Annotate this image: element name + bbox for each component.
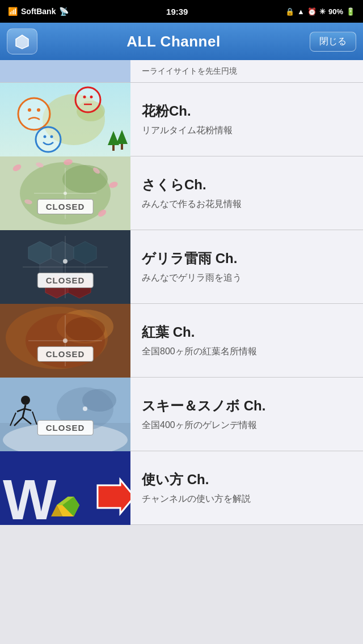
svg-point-10 [90, 96, 93, 99]
channel-thumb-sakura: CLOSED [0, 156, 130, 230]
channel-info-sakura: さくらCh. みんなで作るお花見情報 [130, 156, 363, 230]
svg-point-57 [83, 406, 87, 411]
status-time: 19:39 [166, 7, 188, 16]
battery-label: 90% [328, 7, 343, 16]
svg-marker-0 [16, 35, 28, 49]
signal-icon: 📶 [8, 7, 18, 16]
channel-item-howto[interactable]: W 使い方 Ch. チャンネルの使い方を解説 [0, 451, 363, 525]
svg-point-9 [83, 96, 86, 99]
svg-point-4 [19, 99, 49, 129]
channel-name-foliage: 紅葉 Ch. [142, 323, 352, 341]
channel-thumb-rain: CLOSED [0, 230, 130, 304]
channel-info-foliage: 紅葉 Ch. 全国800ヶ所の紅葉名所情報 [130, 304, 363, 377]
lock-icon: 🔒 [285, 7, 294, 16]
svg-point-15 [50, 135, 53, 138]
channel-info-howto: 使い方 Ch. チャンネルの使い方を解説 [130, 451, 363, 524]
channel-item-sakura[interactable]: CLOSED さくらCh. みんなで作るお花見情報 [0, 156, 363, 230]
page-title: ALL Channel [126, 33, 220, 50]
channel-thumb-ski: CLOSED [0, 378, 130, 451]
partial-thumb [0, 60, 130, 83]
svg-point-58 [21, 396, 30, 405]
channel-item-rain[interactable]: CLOSED ゲリラ雷雨 Ch. みんなでゲリラ雨を追う [0, 230, 363, 304]
channel-item-pollen[interactable]: 花粉Ch. リアルタイム花粉情報 [0, 83, 363, 156]
svg-point-14 [44, 135, 47, 138]
svg-point-48 [65, 317, 105, 342]
svg-point-56 [82, 389, 116, 412]
channel-info-pollen: 花粉Ch. リアルタイム花粉情報 [130, 83, 363, 156]
closed-badge-sakura: CLOSED [37, 199, 94, 214]
status-bar: 📶 SoftBank 📡 19:39 🔒 ▲ ⏰ ✳ 90% 🔋 [0, 0, 363, 23]
channel-list: 花粉Ch. リアルタイム花粉情報 [0, 83, 363, 525]
alarm-icon: ⏰ [307, 7, 316, 16]
partial-desc: ーライイサイトを先生円境 [130, 60, 363, 82]
carrier-label: SoftBank [21, 7, 56, 16]
svg-rect-19 [121, 144, 123, 150]
status-left: 📶 SoftBank 📡 [8, 7, 69, 16]
channel-item-ski[interactable]: CLOSED スキー＆スノボ Ch. 全国400ヶ所のゲレンデ情報 [0, 378, 363, 451]
location-icon: ▲ [297, 7, 305, 16]
channel-item-foliage[interactable]: CLOSED 紅葉 Ch. 全国800ヶ所の紅葉名所情報 [0, 304, 363, 378]
status-right: 🔒 ▲ ⏰ ✳ 90% 🔋 [285, 7, 355, 16]
channel-thumb-howto: W [0, 451, 130, 525]
channel-desc-pollen: リアルタイム花粉情報 [142, 125, 352, 137]
channel-thumb-pollen [0, 83, 130, 156]
channel-name-ski: スキー＆スノボ Ch. [142, 397, 352, 415]
closed-badge-foliage: CLOSED [37, 346, 94, 362]
wifi-icon: 📡 [59, 7, 69, 16]
header: ALL Channel 閉じる [0, 23, 363, 60]
channel-name-sakura: さくらCh. [142, 176, 352, 194]
closed-badge-rain: CLOSED [37, 273, 94, 288]
channel-thumb-foliage: CLOSED [0, 304, 130, 378]
channel-desc-foliage: 全国800ヶ所の紅葉名所情報 [142, 346, 352, 358]
svg-point-8 [77, 88, 99, 111]
channel-desc-rain: みんなでゲリラ雨を追う [142, 272, 352, 284]
channel-desc-sakura: みんなで作るお花見情報 [142, 198, 352, 210]
svg-point-6 [37, 108, 40, 112]
channel-name-rain: ゲリラ雷雨 Ch. [142, 249, 352, 268]
svg-point-13 [37, 128, 60, 151]
closed-badge-ski: CLOSED [37, 420, 94, 435]
channel-info-ski: スキー＆スノボ Ch. 全国400ヶ所のゲレンデ情報 [130, 378, 363, 451]
close-button[interactable]: 閉じる [310, 32, 356, 52]
channel-info-rain: ゲリラ雷雨 Ch. みんなでゲリラ雨を追う [130, 230, 363, 303]
svg-point-5 [28, 108, 31, 112]
channel-desc-ski: 全国400ヶ所のゲレンデ情報 [142, 420, 352, 431]
svg-marker-73 [98, 480, 130, 514]
svg-point-22 [62, 165, 108, 193]
svg-rect-17 [112, 145, 115, 151]
svg-text:W: W [3, 468, 57, 525]
svg-marker-18 [116, 130, 128, 144]
channel-desc-howto: チャンネルの使い方を解説 [142, 493, 352, 505]
app-icon [7, 28, 37, 54]
battery-icon: 🔋 [346, 7, 355, 16]
partial-channel-item: ーライイサイトを先生円境 [0, 60, 363, 83]
channel-name-howto: 使い方 Ch. [142, 471, 352, 489]
channel-name-pollen: 花粉Ch. [142, 102, 352, 120]
bluetooth-icon: ✳ [319, 7, 326, 16]
